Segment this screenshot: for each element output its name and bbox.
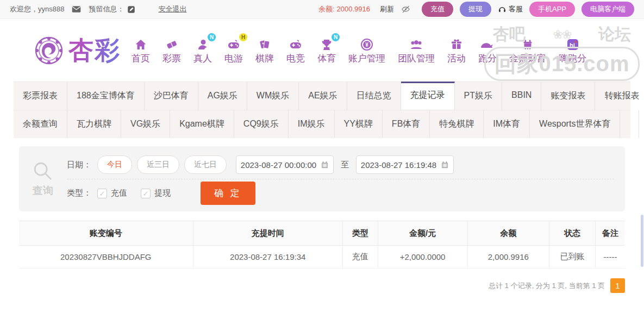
logo-text: 杏彩	[68, 34, 121, 67]
tab-fb-sports[interactable]: FB体育	[383, 110, 430, 138]
tab-transfer-report[interactable]: 转账报表	[595, 82, 644, 110]
nav-label: 真人	[193, 52, 212, 65]
query-block[interactable]: 查询	[19, 151, 67, 207]
date-to-value: 2023-08-27 16:19:48	[361, 160, 436, 170]
customer-service[interactable]: 客服	[498, 4, 523, 14]
type-label: 类型：	[67, 188, 91, 198]
nav-item-boardgames[interactable]: 棋牌	[255, 36, 274, 65]
nav-label: 嗨跑分	[559, 52, 586, 65]
service-label: 客服	[509, 4, 523, 14]
deposit-button[interactable]: 充值	[422, 2, 453, 17]
nav-item-esports[interactable]: 电竞	[286, 36, 305, 65]
tab-balance-query[interactable]: 余额查询	[14, 110, 67, 138]
nav-item-live[interactable]: N 真人	[193, 36, 212, 65]
checkbox-icon: ✓	[141, 189, 151, 198]
nav-item-hipaofen[interactable]: hi 嗨跑分	[559, 36, 586, 65]
svg-text:hi: hi	[570, 41, 575, 48]
page-1-button[interactable]: 1	[610, 278, 625, 293]
hi-app-icon: hi	[566, 36, 579, 51]
col-header-amount: 金额/元	[378, 221, 467, 246]
welcome-text: 欢迎您，yyns888	[10, 4, 64, 14]
pc-client-button[interactable]: 电脑客户端	[582, 2, 634, 17]
nav-label: 电竞	[286, 52, 305, 65]
range-3days-button[interactable]: 近三日	[137, 155, 179, 174]
cell-remark: -----	[595, 246, 625, 268]
cell-amount: +2,000.0000	[378, 246, 467, 268]
eye-slash-icon[interactable]	[401, 5, 411, 14]
checkbox-icon: ✓	[97, 189, 107, 198]
nav-item-egames[interactable]: H 电游	[224, 36, 243, 65]
range-today-button[interactable]: 今日	[97, 155, 132, 174]
nav-item-account[interactable]: ¥ 账户管理	[348, 36, 385, 65]
nav-item-team[interactable]: 团队管理	[398, 36, 435, 65]
confirm-button[interactable]: 确 定	[201, 182, 255, 205]
tab-yy-games[interactable]: YY棋牌	[335, 110, 383, 138]
badge-n: N	[208, 33, 216, 41]
scrollbar-thumb[interactable]	[641, 215, 643, 267]
envelope-icon[interactable]	[72, 5, 81, 13]
team-icon	[409, 36, 423, 51]
nav-item-sports[interactable]: N 体育	[317, 36, 336, 65]
tab-account-change-report[interactable]: 账变报表	[541, 82, 595, 110]
filter-body: 日期： 今日 近三日 近七日 2023-08-27 00:00:00 至 202…	[67, 151, 625, 207]
nav-item-paofen[interactable]: 跑分	[478, 36, 497, 65]
tab-wm-casino[interactable]: WM娱乐	[247, 82, 299, 110]
nav-item-lottery[interactable]: 彩票	[162, 36, 181, 65]
headphones-icon	[498, 5, 507, 14]
tab-tetu-games[interactable]: 特兔棋牌	[430, 110, 484, 138]
filter-panel: 查询 日期： 今日 近三日 近七日 2023-08-27 00:00:00 至 …	[19, 146, 625, 211]
tab-lottery-report[interactable]: 彩票报表	[14, 82, 67, 110]
table-header-row: 账变编号 充提时间 类型 金额/元 余额 状态 备注	[19, 221, 625, 246]
tab-188bet-sports[interactable]: 188金宝博体育	[67, 82, 145, 110]
date-from-input[interactable]: 2023-08-27 00:00:00	[236, 155, 334, 174]
tab-wali-games[interactable]: 瓦力棋牌	[67, 110, 121, 138]
trophy-icon: N	[320, 36, 333, 51]
report-tabs: 彩票报表 188金宝博体育 沙巴体育 AG娱乐 WM娱乐 AE娱乐 日结总览 充…	[14, 82, 630, 138]
col-header-record-id: 账变编号	[19, 221, 193, 246]
nav-item-jinding[interactable]: 金鼎财富	[509, 36, 546, 65]
nav-label: 体育	[317, 52, 336, 65]
nav-label: 首页	[132, 52, 150, 65]
gamepad-icon: H	[227, 36, 241, 51]
col-header-type: 类型	[342, 221, 378, 246]
nav-item-promotions[interactable]: 活动	[447, 36, 466, 65]
tab-deposit-withdraw-records[interactable]: 充提记录	[401, 82, 455, 110]
tab-ae-casino[interactable]: AE娱乐	[299, 82, 347, 110]
tab-row-1: 彩票报表 188金宝博体育 沙巴体育 AG娱乐 WM娱乐 AE娱乐 日结总览 充…	[14, 82, 630, 110]
col-header-balance: 余额	[467, 221, 549, 246]
refresh-button[interactable]: 刷新	[380, 4, 394, 14]
nav-item-home[interactable]: 首页	[132, 36, 150, 65]
type-deposit-checkbox[interactable]: ✓ 充值	[97, 188, 127, 198]
tab-wesports[interactable]: Wesports世界体育	[530, 110, 620, 138]
tab-im-casino[interactable]: IM娱乐	[289, 110, 335, 138]
watermark-right: 论坛	[598, 23, 631, 46]
rhino-icon	[480, 36, 495, 51]
nav-label: 团队管理	[398, 52, 435, 65]
tab-vg-casino[interactable]: VG娱乐	[121, 110, 170, 138]
tab-cq9-casino[interactable]: CQ9娱乐	[234, 110, 289, 138]
topbar-right: 余额:2000.9916 刷新 充值 提现 客服 手机APP 电脑客户端	[318, 2, 634, 17]
withdraw-button[interactable]: 提现	[460, 2, 491, 17]
table-row: 20230827VBBHJDDAFG 2023-08-27 16:19:34 充…	[19, 246, 625, 268]
col-header-status: 状态	[549, 221, 596, 246]
tab-bbin[interactable]: BBIN	[502, 82, 541, 110]
tab-pt-casino[interactable]: PT娱乐	[455, 82, 502, 110]
type-withdraw-checkbox[interactable]: ✓ 提现	[141, 188, 171, 198]
mobile-app-button[interactable]: 手机APP	[529, 2, 575, 17]
to-label: 至	[341, 160, 349, 170]
date-to-input[interactable]: 2023-08-27 16:19:48	[356, 155, 454, 174]
nav-label: 账户管理	[348, 52, 385, 65]
tab-row-filler	[620, 110, 639, 138]
tab-ag-casino[interactable]: AG娱乐	[198, 82, 247, 110]
brand-logo[interactable]: 杏彩	[34, 34, 121, 67]
nav-label: 棋牌	[255, 52, 274, 65]
tab-saba-sports[interactable]: 沙巴体育	[145, 82, 198, 110]
logout-link[interactable]: 安全退出	[158, 4, 186, 14]
balance-label: 余额:	[318, 5, 335, 13]
tab-im-sports[interactable]: IM体育	[484, 110, 530, 138]
tab-daily-summary[interactable]: 日结总览	[347, 82, 401, 110]
range-7days-button[interactable]: 近七日	[184, 155, 227, 174]
edit-pencil-icon[interactable]	[127, 5, 135, 14]
tab-kgame-games[interactable]: Kgame棋牌	[170, 110, 234, 138]
badge-n: N	[332, 33, 340, 41]
